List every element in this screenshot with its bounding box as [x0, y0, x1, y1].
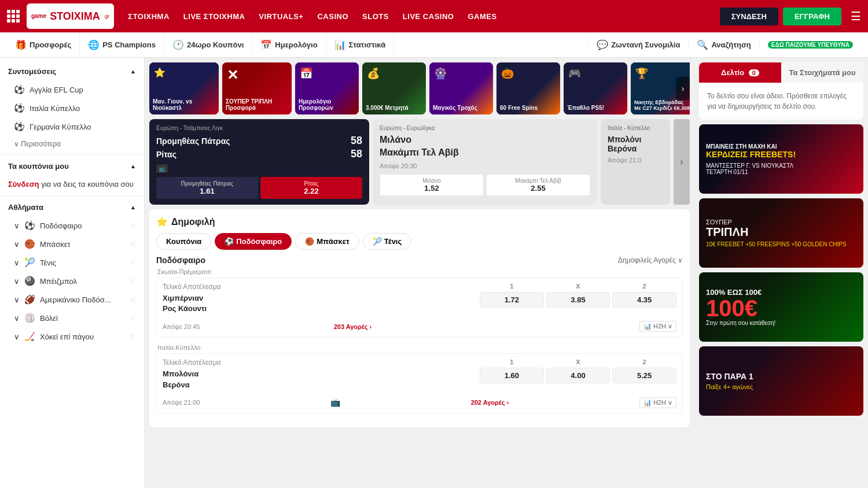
live-card-3[interactable]: Ιταλία - Κύπελλο Μπολόνι Βερόνα Απόψε 21…: [601, 119, 670, 205]
h2h-button-1[interactable]: 📊 H2H ∨: [639, 321, 676, 332]
odd-btn-milan[interactable]: Μιλάνο 1.52: [380, 174, 484, 196]
fav-star-amfootball[interactable]: ☆: [130, 295, 136, 304]
popular-markets-dropdown[interactable]: Δημοφιλείς Αγορές ∨: [618, 256, 683, 264]
side-banner-100percent[interactable]: 100% ΕΩΣ 100€ 100€ Στην πρώτη σου κατάθε…: [699, 272, 863, 342]
odd-1-draw[interactable]: 3.85: [546, 292, 610, 308]
odd-btn-team1[interactable]: Προμηθέας Πάτρας 1.61: [156, 177, 258, 199]
markets-link-2[interactable]: 202 Αγορές ›: [471, 399, 509, 406]
nav-responsible[interactable]: ΕΔΩ ΠΑΙΖΟΥΜΕ ΥΠΕΥΘΥΝΑ: [759, 41, 861, 49]
fav-star-hockey[interactable]: ☆: [130, 332, 136, 341]
h2h-button-2[interactable]: 📊 H2H ∨: [639, 397, 676, 408]
fav-star-football[interactable]: ☆: [130, 221, 136, 230]
sidebar-item-baseball[interactable]: ∨ 🎱 Μπέιζμπολ ☆: [0, 272, 144, 290]
nav-games[interactable]: GAMES: [468, 12, 496, 21]
outcome-header-1: 1 Χ 2: [480, 283, 676, 290]
sidebar-item-football[interactable]: ∨ ⚽ Ποδόσφαιρο ☆: [0, 216, 144, 235]
nav-calendar[interactable]: 📅 Ημερολόγιο: [252, 32, 326, 57]
promo-card-ps5[interactable]: 🎮 Έπαθλο PS5!: [564, 62, 627, 114]
promo-icon-3: 📅: [300, 67, 312, 80]
popular-sub-header: Ποδόσφαιρο Δημοφιλείς Αγορές ∨: [156, 256, 683, 265]
login-button[interactable]: ΣΥΝΔΕΣΗ: [720, 8, 778, 25]
nav-ps-champions[interactable]: 🌐 PS Champions: [80, 32, 164, 57]
site-logo[interactable]: game STOIXIMA .gr: [27, 3, 114, 29]
odd-2-home[interactable]: 1.60: [480, 368, 544, 383]
odd-btn-team2[interactable]: Ρίτας 2.22: [260, 177, 362, 199]
promo-text-3: Ημερολόγιο Προσφορών: [299, 98, 355, 111]
coupons-header[interactable]: Τα κουπόνια μου ▲: [0, 157, 144, 175]
nav-live-stoixima[interactable]: LIVE ΣΤΟΙΧΗΜΑ: [183, 12, 245, 21]
nav-promotions[interactable]: 🎁 Προσφορές: [7, 32, 80, 57]
fav-star-baseball[interactable]: ☆: [130, 277, 136, 285]
live-card-1[interactable]: Ευρώπη - Τσάμπιονς Λιγκ Προμηθέας Πάτρας…: [149, 119, 369, 205]
sidebar-item-hockey[interactable]: ∨ 🏒 Χόκεϊ επί πάγου ☆: [0, 327, 144, 346]
sports-header[interactable]: Αθλήματα ▲: [0, 198, 144, 216]
match-row-1: Τελικό Αποτέλεσμα Χιμπέρνιαν Ρος Κάουντι…: [156, 278, 683, 337]
sidebar-item-basketball[interactable]: ∨ 🏀 Μπάσκετ ☆: [0, 235, 144, 253]
nav-slots[interactable]: SLOTS: [362, 12, 389, 21]
odd-btn-maccabi[interactable]: Μακάμπι Τελ Αβίβ 2.55: [486, 174, 590, 196]
side-banner-super-tripli[interactable]: ΣΟΥΠΕΡ ΤΡΙΠΛΗ 10€ FREEBET +50 FREESPINS …: [699, 198, 863, 268]
sidebar-item-american-football[interactable]: ∨ 🏈 Αμερικάνικο Ποδόσ... ☆: [0, 290, 144, 309]
show-more-shortcuts[interactable]: ∨ Περισσότερα: [0, 136, 144, 152]
odd-2-draw[interactable]: 4.00: [546, 368, 610, 383]
side-banner-para-1[interactable]: ΣΤΟ ΠΑΡΑ 1 Παίξε 4+ αγώνες: [699, 346, 863, 416]
tab-basketball[interactable]: 🏀 Μπάσκετ: [295, 233, 359, 250]
shortcuts-header[interactable]: Συντομεύσεις ▲: [0, 62, 144, 80]
markets-link-1[interactable]: 203 Αγορές ›: [334, 323, 372, 330]
fav-star-basketball[interactable]: ☆: [130, 240, 136, 248]
soccer-icon-2: ⚽: [14, 103, 25, 113]
promo-text-7: Έπαθλο PS5!: [567, 105, 624, 111]
sidebar-item-italy-cup[interactable]: ⚽ Ιταλία Κύπελλο: [0, 99, 144, 117]
fav-star-tennis[interactable]: ☆: [130, 258, 136, 267]
promo-card-calendar[interactable]: 📅 Ημερολόγιο Προσφορών: [295, 62, 359, 114]
match-league-2: Ιταλία-Κύπελλο: [156, 344, 683, 351]
promo-card-ps-champions[interactable]: ⭐ Μαν. Γιουν. vs Νιούκαστλ: [149, 62, 219, 114]
nav-24h-coupon[interactable]: 🕐 24ωρο Κουπόνι: [164, 32, 252, 57]
promo-icon-6: 🎃: [501, 67, 514, 80]
live-next-button[interactable]: ›: [674, 119, 690, 205]
nav-casino[interactable]: CASINO: [317, 12, 348, 21]
live-card-2[interactable]: Ευρώπη - Ευρωλίγκα Μιλάνο Μακάμπι Τελ Αβ…: [373, 119, 597, 205]
nav-virtuals[interactable]: VIRTUALS+: [259, 12, 303, 21]
sidebar-divider-2: [0, 195, 144, 196]
betslip-tab-mybets[interactable]: Τα Στοιχήματά μου: [781, 62, 863, 83]
promo-card-free-spins[interactable]: 🎃 60 Free Spins: [496, 62, 560, 114]
odd-1-away[interactable]: 4.35: [612, 292, 676, 308]
nav-statistics[interactable]: 📊 Στατιστικά: [326, 32, 395, 57]
nav-search[interactable]: 🔍 Αναζήτηση: [688, 39, 759, 50]
hamburger-icon[interactable]: ☰: [851, 9, 861, 23]
coupon-login-link[interactable]: Σύνδεση: [8, 180, 39, 188]
nav-live-casino[interactable]: LIVE CASINO: [403, 12, 454, 21]
league-1: Ευρώπη - Τσάμπιονς Λιγκ: [156, 125, 362, 131]
outcome-header-2: 1 Χ 2: [480, 358, 676, 365]
fav-star-volleyball[interactable]: ☆: [130, 314, 136, 322]
am-football-icon: 🏈: [24, 294, 35, 305]
tab-tennis[interactable]: 🎾 Τένις: [363, 233, 411, 250]
tv-icon-2: 📺: [330, 398, 340, 407]
tab-football[interactable]: ⚽ Ποδόσφαιρο: [215, 233, 292, 250]
sidebar-item-efl-cup[interactable]: ⚽ Αγγλία EFL Cup: [0, 80, 144, 99]
sidebar-item-volleyball[interactable]: ∨ 🏐 Βόλεϊ ☆: [0, 309, 144, 327]
team1-2: Μιλάνο: [380, 135, 590, 145]
register-button[interactable]: ΕΓΓΡΑΦΗ: [783, 8, 841, 25]
sidebar-item-tennis[interactable]: ∨ 🎾 Τένις ☆: [0, 253, 144, 272]
sidebar: Συντομεύσεις ▲ ⚽ Αγγλία EFL Cup ⚽ Ιταλία…: [0, 58, 145, 488]
side-banner-text-1c: ΜΑΝΤΣΕΣΤΕΡ Γ. VS ΝΙΟΥΚΑΣΤΛ: [706, 162, 793, 169]
promo-card-magic-wheel[interactable]: 🎡 Μαγικός Τροχός: [429, 62, 493, 114]
promo-card-super-tripli[interactable]: ✕ ΣΟΥΠΕΡ ΤΡΙΠΛΗ Προσφορά: [222, 62, 292, 114]
gift-icon: 🎁: [15, 39, 27, 50]
side-banner-ps-champions[interactable]: ΜΠΑΙΝΕΙΣ ΣΤΗ ΜΑΧΗ ΚΑΙ ΚΕΡΔΙΖΕΙΣ FREEBETS…: [699, 124, 863, 194]
nav-stoixima[interactable]: ΣΤΟΙΧΗΜΑ: [128, 12, 170, 21]
odd-2-away[interactable]: 5.25: [612, 368, 676, 383]
sidebar-item-germany-cup[interactable]: ⚽ Γερμανία Κύπελλο: [0, 117, 144, 136]
betslip-tab-active[interactable]: Δελτίο 0: [699, 62, 781, 83]
promo-next-button[interactable]: ›: [676, 77, 690, 100]
tab-coupons[interactable]: Κουπόνια: [156, 233, 211, 250]
match-time-2: Απόψε 21:00: [163, 399, 200, 406]
odd-1-home[interactable]: 1.72: [480, 292, 544, 308]
promo-card-cash[interactable]: 💰 3.000€ Μετρητά: [362, 62, 426, 114]
chat-icon: 💬: [597, 39, 608, 50]
nav-live-chat[interactable]: 💬 Ζωντανή Συνομιλία: [588, 39, 688, 50]
grid-menu-icon[interactable]: [7, 10, 20, 23]
coupon-login-text: Σύνδεση για να δεις τα κουπόνια σου: [8, 180, 134, 188]
